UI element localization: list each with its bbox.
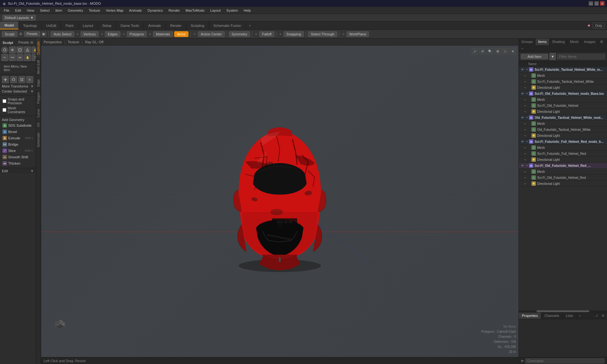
only-button[interactable]: Only — [593, 23, 604, 28]
rp-tab-mesh[interactable]: Mesh — [567, 39, 581, 45]
visibility-icon-19[interactable]: ● — [523, 181, 528, 186]
presets-arrow[interactable]: ▶ — [41, 32, 46, 37]
tab-model[interactable]: Model — [0, 21, 19, 29]
visibility-icon-8[interactable]: 👁 — [520, 115, 525, 120]
sculpt-wave-btn[interactable] — [9, 54, 16, 61]
edges-button[interactable]: Edges — [105, 31, 120, 37]
item-row-mesh4b[interactable]: ● Sci-Fi_Futuristic_Full_Helmet_Red — [519, 151, 607, 157]
sculpt-tri-btn[interactable] — [24, 46, 31, 53]
item-row-mesh5b[interactable]: ● Sci-Fi_Old_Futuristic_Helmet_Red — [519, 175, 607, 181]
tab-schematic[interactable]: Schematic Fusion — [209, 21, 246, 29]
item-row-light3[interactable]: ● Directional Light — [519, 133, 607, 139]
sculpt-presets[interactable]: Presets ⊞ — [18, 40, 33, 45]
presets-label[interactable]: Presets — [18, 41, 29, 44]
item-row-light4[interactable]: ● Directional Light — [519, 157, 607, 163]
expand-icon-12[interactable]: ▼ — [525, 139, 529, 144]
menu-select[interactable]: Select — [37, 8, 52, 13]
brp-tab-lists[interactable]: Lists — [563, 312, 577, 319]
visibility-icon-13[interactable]: ● — [523, 145, 528, 150]
item-row-group5[interactable]: 👁 ▼ Sci-Fi_Old_Futuristic_Helmet_Red_... — [519, 163, 607, 169]
materials-button[interactable]: Materials — [153, 31, 173, 37]
transform-scale-btn[interactable] — [18, 76, 25, 83]
presets-button[interactable]: Presets — [24, 31, 40, 37]
visibility-icon-18[interactable]: ● — [523, 175, 528, 180]
item-row-mesh5a[interactable]: ● Mesh — [519, 169, 607, 175]
visibility-icon-3[interactable]: ● — [523, 85, 528, 90]
menu-system[interactable]: System — [224, 8, 241, 13]
expand-icon-16[interactable]: ▼ — [525, 163, 529, 168]
item-row-group4[interactable]: 👁 ▼ Sci-Fi_Futuristic_Full_Helmet_Red_mo… — [519, 139, 607, 145]
item-menu-dropdown[interactable]: Item Menu: New Item — [2, 64, 34, 73]
edit-dropdown[interactable]: Edit ▼ — [0, 168, 36, 174]
tool-sds-subdivide[interactable]: SDS Subdivide — [1, 122, 34, 129]
tab-setup[interactable]: Setup — [98, 21, 116, 29]
close-button[interactable]: ✕ — [600, 1, 604, 6]
vtab-curve[interactable]: Curve — [36, 106, 41, 120]
transform-move-btn[interactable] — [2, 76, 9, 83]
items-button[interactable]: Items — [174, 31, 188, 37]
rp-tab-images[interactable]: Images — [581, 39, 598, 45]
menu-file[interactable]: File — [1, 8, 12, 13]
vp-close-btn[interactable]: ✕ — [510, 48, 516, 54]
tool-extrude[interactable]: Extrude Shift V — [1, 135, 34, 141]
more-transforms-dropdown[interactable]: More Transforms ▼ — [1, 84, 34, 89]
tab-animate[interactable]: Animate — [144, 21, 166, 29]
visibility-icon-2[interactable]: ● — [523, 79, 528, 84]
vp-expand-btn[interactable]: ⤢ — [472, 48, 478, 54]
vp-settings-btn[interactable]: ⚙ — [494, 48, 501, 54]
sculpt-flat-btn[interactable] — [16, 54, 23, 61]
sculpt-circle-btn[interactable] — [1, 46, 8, 53]
brp-expand-icon[interactable]: ⤢ — [594, 313, 599, 318]
item-row-group1[interactable]: 👁 ▼ Sci-Fi_Futuristic_Tactical_Helmet_Wh… — [519, 67, 607, 73]
vertices-button[interactable]: Vertices — [81, 31, 99, 37]
sculpt-cube-btn[interactable] — [16, 46, 23, 53]
vp-maximize-btn[interactable]: □ — [502, 48, 508, 54]
polygons-button[interactable]: Polygons — [127, 31, 147, 37]
snaps-precision-checkbox[interactable] — [3, 99, 6, 103]
selectthrough-button[interactable]: Select Through — [308, 31, 337, 37]
tab-layout[interactable]: Layout — [78, 21, 98, 29]
item-row-light2[interactable]: ● Directional Light — [519, 109, 607, 115]
menu-geometry[interactable]: Geometry — [65, 8, 85, 13]
tab-render[interactable]: Render — [166, 21, 186, 29]
visibility-icon-7[interactable]: ● — [523, 109, 528, 114]
maximize-button[interactable]: □ — [594, 1, 599, 6]
viewport-canvas[interactable]: H023-01-01 — [41, 46, 518, 357]
tab-topology[interactable]: Topology — [19, 21, 42, 29]
visibility-icon-0[interactable]: 👁 — [520, 67, 525, 72]
item-row-light1[interactable]: ● Directional Light — [519, 85, 607, 91]
workplane-button[interactable]: WorkPlane — [346, 31, 369, 37]
vp-orbit-btn[interactable]: ↺ — [479, 48, 486, 54]
item-row-light5[interactable]: ● Directional Light — [519, 181, 607, 187]
transform-extra-btn[interactable]: ⊕ — [26, 76, 33, 83]
minimize-button[interactable]: — — [589, 1, 593, 6]
menu-edit[interactable]: Edit — [13, 8, 24, 13]
brp-tab-properties[interactable]: Properties — [519, 312, 541, 319]
vtab-edge[interactable]: Edge — [36, 76, 41, 89]
add-geometry-header[interactable]: Add Geometry — [1, 117, 34, 122]
item-row-mesh1b[interactable]: ● Sci-Fi_Futuristic_Tactical_Helmet_Whit… — [519, 79, 607, 85]
layout-dropdown[interactable]: Default Layouts ▼ — [3, 15, 36, 21]
snapping-button[interactable]: Snapping — [284, 31, 304, 37]
tool-smooth-shift[interactable]: Smooth Shift — [1, 154, 34, 160]
sculpt-sphere-btn[interactable] — [9, 46, 16, 53]
add-item-dropdown[interactable]: ▼ — [549, 53, 556, 60]
item-row-group2[interactable]: 👁 ▼ Sci-Fi_Old_Futuristic_Helmet_modo_Ba… — [519, 91, 607, 97]
mesh-constraints-checkbox[interactable] — [3, 108, 6, 112]
item-list-scrollbar-h[interactable] — [519, 310, 607, 312]
vtab-schematic[interactable]: Schematic — [36, 130, 41, 150]
menu-vertexmap[interactable]: Vertex Map — [103, 8, 126, 13]
visibility-icon-16[interactable]: 👁 — [520, 163, 525, 168]
item-row-mesh2a[interactable]: ● Mesh — [519, 97, 607, 103]
item-row-mesh4a[interactable]: ● Mesh — [519, 145, 607, 151]
brp-add-button[interactable]: + — [576, 312, 583, 319]
brp-close-icon[interactable]: ✕ — [600, 313, 606, 318]
visibility-icon-15[interactable]: ● — [523, 157, 528, 162]
tool-slice[interactable]: Slice Shift C — [1, 148, 34, 154]
tab-scripting[interactable]: Scripting — [186, 21, 209, 29]
tab-uvedit[interactable]: UvEdit — [42, 21, 61, 29]
visibility-icon-4[interactable]: 👁 — [520, 91, 525, 96]
menu-dynamics[interactable]: Dynamics — [145, 8, 165, 13]
brp-tab-channels[interactable]: Channels — [541, 312, 562, 319]
menu-view[interactable]: View — [24, 8, 37, 13]
